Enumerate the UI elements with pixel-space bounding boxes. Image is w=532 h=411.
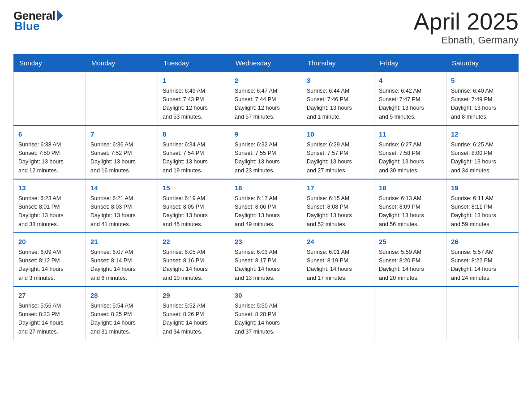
sun-info: Sunrise: 6:29 AMSunset: 7:57 PMDaylight:… <box>307 141 369 176</box>
day-number: 3 <box>307 76 369 86</box>
sun-info: Sunrise: 6:32 AMSunset: 7:55 PMDaylight:… <box>235 141 297 176</box>
calendar-cell: 23Sunrise: 6:03 AMSunset: 8:17 PMDayligh… <box>230 233 302 287</box>
sun-info: Sunrise: 6:23 AMSunset: 8:01 PMDaylight:… <box>18 194 81 229</box>
logo-blue-text: Blue <box>14 19 39 33</box>
sun-info: Sunrise: 6:49 AMSunset: 7:43 PMDaylight:… <box>163 87 225 122</box>
calendar-week-row: 27Sunrise: 5:56 AMSunset: 8:23 PMDayligh… <box>14 287 519 340</box>
sun-info: Sunrise: 6:34 AMSunset: 7:54 PMDaylight:… <box>163 141 225 176</box>
day-number: 1 <box>163 76 225 86</box>
sun-info: Sunrise: 5:52 AMSunset: 8:26 PMDaylight:… <box>163 302 225 337</box>
sun-info: Sunrise: 5:50 AMSunset: 8:28 PMDaylight:… <box>235 302 297 337</box>
sun-info: Sunrise: 6:44 AMSunset: 7:46 PMDaylight:… <box>307 87 369 122</box>
calendar-week-row: 1Sunrise: 6:49 AMSunset: 7:43 PMDaylight… <box>14 72 519 125</box>
sun-info: Sunrise: 6:25 AMSunset: 8:00 PMDaylight:… <box>451 141 514 176</box>
calendar-cell: 10Sunrise: 6:29 AMSunset: 7:57 PMDayligh… <box>302 125 374 179</box>
day-number: 4 <box>379 76 442 86</box>
sun-info: Sunrise: 6:03 AMSunset: 8:17 PMDaylight:… <box>235 248 297 283</box>
day-number: 30 <box>235 291 297 301</box>
sun-info: Sunrise: 5:57 AMSunset: 8:22 PMDaylight:… <box>451 248 514 283</box>
logo-arrow-icon <box>57 10 63 21</box>
calendar-cell: 18Sunrise: 6:13 AMSunset: 8:09 PMDayligh… <box>374 179 446 233</box>
day-number: 24 <box>307 237 369 247</box>
calendar-cell: 26Sunrise: 5:57 AMSunset: 8:22 PMDayligh… <box>446 233 519 287</box>
logo: General Blue <box>13 9 63 33</box>
day-number: 22 <box>163 237 225 247</box>
calendar-cell: 3Sunrise: 6:44 AMSunset: 7:46 PMDaylight… <box>302 72 374 125</box>
day-number: 29 <box>163 291 225 301</box>
day-number: 20 <box>18 237 81 247</box>
sun-info: Sunrise: 6:36 AMSunset: 7:52 PMDaylight:… <box>90 141 153 176</box>
calendar-body: 1Sunrise: 6:49 AMSunset: 7:43 PMDaylight… <box>14 72 519 340</box>
sun-info: Sunrise: 6:11 AMSunset: 8:11 PMDaylight:… <box>451 194 514 229</box>
calendar-cell: 12Sunrise: 6:25 AMSunset: 8:00 PMDayligh… <box>446 125 519 179</box>
day-number: 6 <box>18 129 81 140</box>
sun-info: Sunrise: 6:15 AMSunset: 8:08 PMDaylight:… <box>307 194 369 229</box>
day-number: 16 <box>235 183 297 193</box>
day-number: 9 <box>235 129 297 140</box>
day-number: 21 <box>90 237 153 247</box>
calendar-cell: 16Sunrise: 6:17 AMSunset: 8:06 PMDayligh… <box>230 179 302 233</box>
calendar-cell: 7Sunrise: 6:36 AMSunset: 7:52 PMDaylight… <box>86 125 158 179</box>
calendar-cell: 14Sunrise: 6:21 AMSunset: 8:03 PMDayligh… <box>86 179 158 233</box>
sun-info: Sunrise: 6:01 AMSunset: 8:19 PMDaylight:… <box>307 248 369 283</box>
day-number: 15 <box>163 183 225 193</box>
calendar-cell: 6Sunrise: 6:38 AMSunset: 7:50 PMDaylight… <box>14 125 86 179</box>
page-title: April 2025 <box>414 9 519 34</box>
sun-info: Sunrise: 6:21 AMSunset: 8:03 PMDaylight:… <box>90 194 153 229</box>
sun-info: Sunrise: 6:19 AMSunset: 8:05 PMDaylight:… <box>163 194 225 229</box>
calendar-cell <box>374 287 446 340</box>
sun-info: Sunrise: 5:59 AMSunset: 8:20 PMDaylight:… <box>379 248 442 283</box>
day-header-thursday: Thursday <box>302 55 374 72</box>
sun-info: Sunrise: 6:47 AMSunset: 7:44 PMDaylight:… <box>235 87 297 122</box>
day-header-friday: Friday <box>374 55 446 72</box>
day-number: 19 <box>451 183 514 193</box>
page-subtitle: Ebnath, Germany <box>414 34 519 46</box>
day-number: 17 <box>307 183 369 193</box>
calendar-table: SundayMondayTuesdayWednesdayThursdayFrid… <box>13 54 519 340</box>
day-number: 18 <box>379 183 442 193</box>
calendar-cell: 4Sunrise: 6:42 AMSunset: 7:47 PMDaylight… <box>374 72 446 125</box>
calendar-cell: 19Sunrise: 6:11 AMSunset: 8:11 PMDayligh… <box>446 179 519 233</box>
calendar-cell <box>302 287 374 340</box>
calendar-cell: 28Sunrise: 5:54 AMSunset: 8:25 PMDayligh… <box>86 287 158 340</box>
day-number: 7 <box>90 129 153 140</box>
calendar-cell: 27Sunrise: 5:56 AMSunset: 8:23 PMDayligh… <box>14 287 86 340</box>
calendar-week-row: 13Sunrise: 6:23 AMSunset: 8:01 PMDayligh… <box>14 179 519 233</box>
calendar-cell: 20Sunrise: 6:09 AMSunset: 8:12 PMDayligh… <box>14 233 86 287</box>
day-number: 2 <box>235 76 297 86</box>
page-header: General Blue April 2025 Ebnath, Germany <box>13 9 519 46</box>
calendar-cell <box>14 72 86 125</box>
calendar-cell: 24Sunrise: 6:01 AMSunset: 8:19 PMDayligh… <box>302 233 374 287</box>
day-number: 26 <box>451 237 514 247</box>
day-header-saturday: Saturday <box>446 55 519 72</box>
day-number: 23 <box>235 237 297 247</box>
calendar-header: SundayMondayTuesdayWednesdayThursdayFrid… <box>14 55 519 72</box>
sun-info: Sunrise: 6:40 AMSunset: 7:49 PMDaylight:… <box>451 87 514 122</box>
calendar-cell: 1Sunrise: 6:49 AMSunset: 7:43 PMDaylight… <box>158 72 230 125</box>
day-number: 28 <box>90 291 153 301</box>
calendar-cell: 21Sunrise: 6:07 AMSunset: 8:14 PMDayligh… <box>86 233 158 287</box>
calendar-week-row: 6Sunrise: 6:38 AMSunset: 7:50 PMDaylight… <box>14 125 519 179</box>
day-header-row: SundayMondayTuesdayWednesdayThursdayFrid… <box>14 55 519 72</box>
calendar-cell: 13Sunrise: 6:23 AMSunset: 8:01 PMDayligh… <box>14 179 86 233</box>
day-number: 5 <box>451 76 514 86</box>
calendar-cell: 25Sunrise: 5:59 AMSunset: 8:20 PMDayligh… <box>374 233 446 287</box>
day-number: 27 <box>18 291 81 301</box>
calendar-cell <box>86 72 158 125</box>
day-number: 14 <box>90 183 153 193</box>
calendar-cell: 17Sunrise: 6:15 AMSunset: 8:08 PMDayligh… <box>302 179 374 233</box>
day-header-tuesday: Tuesday <box>158 55 230 72</box>
sun-info: Sunrise: 6:17 AMSunset: 8:06 PMDaylight:… <box>235 194 297 229</box>
day-header-monday: Monday <box>86 55 158 72</box>
calendar-cell: 30Sunrise: 5:50 AMSunset: 8:28 PMDayligh… <box>230 287 302 340</box>
day-number: 8 <box>163 129 225 140</box>
calendar-cell: 15Sunrise: 6:19 AMSunset: 8:05 PMDayligh… <box>158 179 230 233</box>
day-number: 13 <box>18 183 81 193</box>
day-header-sunday: Sunday <box>14 55 86 72</box>
calendar-cell: 8Sunrise: 6:34 AMSunset: 7:54 PMDaylight… <box>158 125 230 179</box>
sun-info: Sunrise: 6:07 AMSunset: 8:14 PMDaylight:… <box>90 248 153 283</box>
calendar-cell: 29Sunrise: 5:52 AMSunset: 8:26 PMDayligh… <box>158 287 230 340</box>
calendar-cell: 9Sunrise: 6:32 AMSunset: 7:55 PMDaylight… <box>230 125 302 179</box>
calendar-cell: 22Sunrise: 6:05 AMSunset: 8:16 PMDayligh… <box>158 233 230 287</box>
sun-info: Sunrise: 6:13 AMSunset: 8:09 PMDaylight:… <box>379 194 442 229</box>
